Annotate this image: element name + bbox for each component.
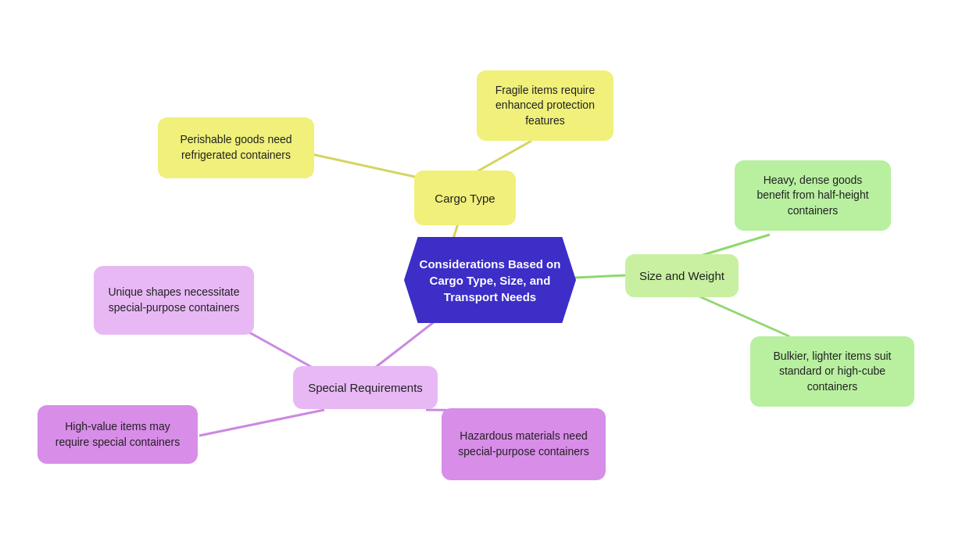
special-req-node: Special Requirements: [293, 366, 438, 409]
svg-line-6: [375, 319, 438, 368]
perishable-node: Perishable goods need refrigerated conta…: [158, 117, 314, 178]
svg-line-7: [242, 328, 313, 368]
heavy-node: Heavy, dense goods benefit from half-hei…: [735, 160, 891, 231]
svg-line-2: [297, 151, 422, 178]
center-node: Considerations Based on Cargo Type, Size…: [404, 237, 576, 323]
svg-line-3: [574, 275, 625, 278]
fragile-node: Fragile items require enhanced protectio…: [477, 70, 613, 141]
unique-shapes-node: Unique shapes necessitate special-purpos…: [94, 266, 254, 335]
high-value-node: High-value items may require special con…: [38, 405, 198, 464]
svg-line-8: [199, 410, 324, 436]
cargo-type-node: Cargo Type: [414, 171, 516, 225]
size-weight-node: Size and Weight: [625, 254, 739, 297]
bulkier-node: Bulkier, lighter items suit standard or …: [750, 336, 914, 407]
hazardous-node: Hazardous materials need special-purpose…: [442, 408, 606, 480]
